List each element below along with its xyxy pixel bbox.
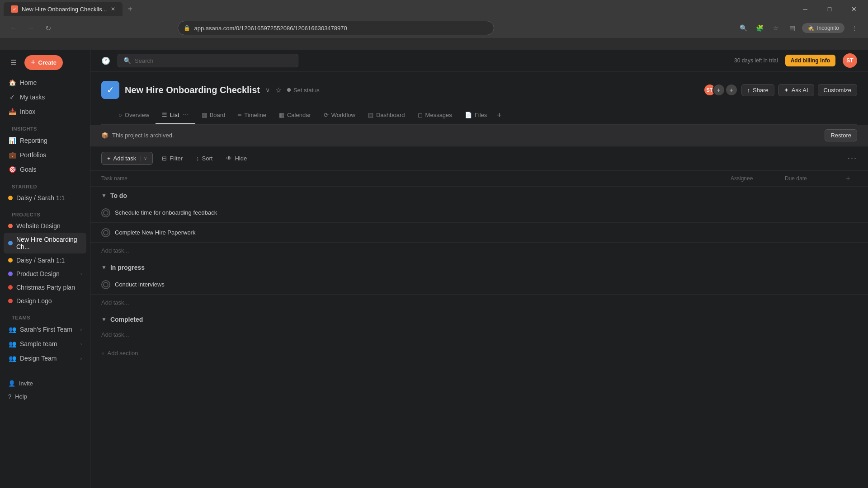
hamburger-button[interactable]: ☰ [7, 56, 20, 69]
hide-button[interactable]: 👁 Hide [222, 153, 251, 164]
address-bar[interactable]: 🔒 app.asana.com/0/1206165972552086/12061… [178, 21, 494, 35]
section-chevron-icon: ▼ [101, 192, 107, 199]
project-star-icon[interactable]: ☆ [275, 86, 282, 94]
sidebar-item-reporting[interactable]: 📊 Reporting [4, 133, 86, 148]
section-completed-title: Completed [110, 316, 143, 323]
invite-button[interactable]: 👤 Invite [4, 377, 86, 390]
help-button[interactable]: ? Help [4, 390, 86, 403]
extensions-icon[interactable]: 🧩 [753, 22, 766, 34]
minimize-button[interactable]: ─ [795, 2, 816, 16]
share-label: Share [753, 87, 769, 94]
tab-dashboard[interactable]: ▤ Dashboard [362, 107, 411, 124]
tab-calendar-label: Calendar [287, 112, 311, 118]
sidebar-item-my-tasks[interactable]: ✓ My tasks [4, 90, 86, 104]
project-header: ✓ New Hire Onboarding Checklist ∨ ☆ Set … [90, 72, 868, 125]
billing-button[interactable]: Add billing info [785, 55, 835, 66]
add-task-inline-to-do[interactable]: Add task... [90, 243, 868, 258]
task-check-button[interactable] [101, 280, 110, 289]
section-completed-header[interactable]: ▼ Completed [90, 310, 868, 327]
maximize-button[interactable]: □ [819, 2, 840, 16]
bookmark-icon[interactable]: ☆ [769, 22, 782, 34]
sidebar: ☰ + Create 🏠 Home ✓ My tasks 📥 Inbox Ins… [0, 50, 90, 488]
search-input[interactable] [135, 57, 292, 64]
tab-files[interactable]: 📄 Files [458, 107, 493, 124]
browser-titlebar: ✓ New Hire Onboarding Checklis... ✕ + ─ … [0, 0, 868, 18]
refresh-button[interactable]: ↻ [42, 22, 54, 34]
projects-section-header: Projects [4, 205, 86, 219]
add-task-button[interactable]: + Add task ∨ [101, 152, 153, 165]
forward-button[interactable]: → [24, 22, 37, 34]
add-task-inline-completed[interactable]: Add task... [90, 327, 868, 343]
filter-button[interactable]: ⊟ Filter [157, 153, 187, 164]
trial-notice: 30 days left in trial [734, 57, 778, 64]
ask-ai-button[interactable]: ✦ Ask AI [778, 84, 814, 96]
sidebar-item-design-logo[interactable]: Design Logo [4, 294, 86, 308]
sort-button[interactable]: ↕ Sort [192, 153, 217, 164]
tab-messages[interactable]: ◻ Messages [411, 107, 458, 124]
sidebar-icon[interactable]: ▤ [786, 22, 798, 34]
tab-close-button[interactable]: ✕ [111, 6, 115, 12]
sidebar-item-starred-1[interactable]: Daisy / Sarah 1:1 [4, 191, 86, 205]
sidebar-item-christmas-party[interactable]: Christmas Party plan [4, 281, 86, 294]
back-button[interactable]: ← [7, 22, 20, 34]
table-row[interactable]: Conduct interviews [90, 275, 868, 295]
sidebar-item-inbox[interactable]: 📥 Inbox [4, 104, 86, 119]
add-section-button[interactable]: + Add section [90, 343, 868, 364]
tab-timeline[interactable]: ━ Timeline [231, 107, 273, 124]
sidebar-item-team3[interactable]: 👥 Design Team › [4, 351, 86, 366]
list-icon: ☰ [162, 112, 167, 118]
incognito-button[interactable]: 🕵 Incognito [802, 23, 844, 33]
search-bar[interactable]: 🔍 [118, 54, 298, 67]
tab-board[interactable]: ▦ Board [195, 107, 232, 124]
archive-notice-left: 📦 This project is archived. [101, 132, 174, 139]
new-tab-button[interactable]: + [128, 5, 133, 14]
restore-button[interactable]: Restore [825, 129, 857, 141]
tasks-icon: ✓ [8, 93, 16, 101]
goals-icon: 🎯 [8, 165, 16, 174]
sidebar-item-team2[interactable]: 👥 Sample team › [4, 337, 86, 351]
section-to-do-title: To do [110, 192, 127, 199]
toolbar-more-button[interactable]: ··· [848, 154, 857, 163]
ai-icon: ✦ [784, 87, 789, 94]
tab-overview[interactable]: ○ Overview [112, 107, 156, 124]
sidebar-item-team1[interactable]: 👥 Sarah's First Team › [4, 322, 86, 337]
close-button[interactable]: ✕ [844, 2, 864, 16]
history-icon[interactable]: 🕐 [101, 56, 110, 65]
task-check-button[interactable] [101, 208, 110, 217]
sidebar-item-daisy-sarah[interactable]: Daisy / Sarah 1:1 [4, 253, 86, 267]
sidebar-item-home[interactable]: 🏠 Home [4, 75, 86, 90]
user-avatar[interactable]: ST [843, 53, 857, 68]
tab-calendar[interactable]: ▦ Calendar [273, 107, 317, 124]
create-button[interactable]: + Create [24, 55, 63, 70]
add-task-dropdown-icon[interactable]: ∨ [141, 156, 147, 161]
ask-ai-label: Ask AI [792, 87, 808, 94]
sidebar-item-goals[interactable]: 🎯 Goals [4, 162, 86, 177]
section-in-progress-header[interactable]: ▼ In progress [90, 258, 868, 275]
dashboard-icon: ▤ [368, 112, 373, 118]
list-tab-more-icon[interactable]: ··· [183, 111, 189, 119]
tab-timeline-label: Timeline [244, 112, 266, 118]
add-tab-button[interactable]: + [497, 111, 502, 120]
share-button[interactable]: ↑ Share [741, 84, 774, 96]
tab-workflow[interactable]: ⟳ Workflow [317, 107, 362, 124]
sidebar-item-portfolios[interactable]: 💼 Portfolios [4, 148, 86, 162]
add-task-inline-in-progress[interactable]: Add task... [90, 295, 868, 310]
add-column-button[interactable]: + [839, 174, 857, 183]
search-icon[interactable]: 🔍 [737, 22, 750, 34]
browser-tab[interactable]: ✓ New Hire Onboarding Checklis... ✕ [4, 2, 123, 16]
sidebar-item-new-hire-onboarding[interactable]: New Hire Onboarding Ch... [4, 233, 86, 253]
sidebar-item-website-design[interactable]: Website Design [4, 219, 86, 233]
table-row[interactable]: Schedule time for onboarding feedback [90, 203, 868, 223]
address-text: app.asana.com/0/1206165972552086/1206166… [194, 25, 347, 32]
chevron-right-icon: › [80, 272, 82, 277]
browser-menu-button[interactable]: ⋮ [848, 22, 861, 34]
project-title-chevron-icon[interactable]: ∨ [265, 86, 270, 94]
project-status[interactable]: Set status [287, 87, 320, 94]
section-to-do-header[interactable]: ▼ To do [90, 187, 868, 203]
task-check-button[interactable] [101, 228, 110, 237]
customize-button[interactable]: Customize [818, 84, 857, 96]
sidebar-item-product-design[interactable]: Product Design › [4, 267, 86, 281]
table-row[interactable]: Complete New Hire Paperwork [90, 223, 868, 243]
project-status-label: Set status [293, 87, 320, 94]
tab-list[interactable]: ☰ List ··· [156, 106, 195, 124]
